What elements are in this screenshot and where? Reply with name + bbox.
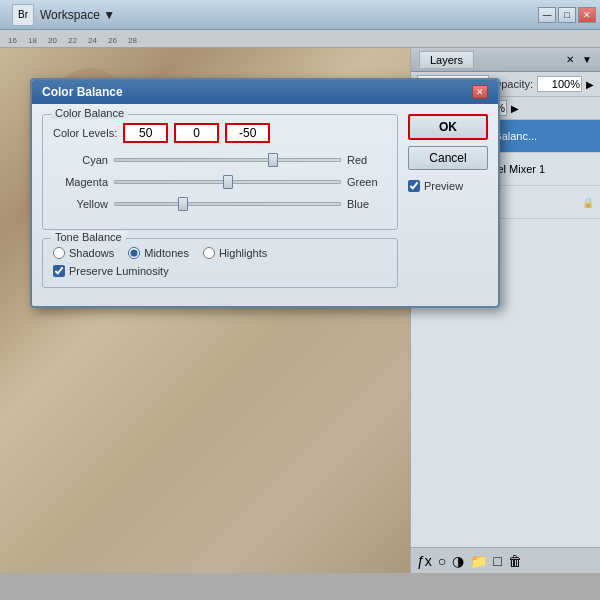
ok-button[interactable]: OK — [408, 114, 488, 140]
dialog-body: Color Balance Color Levels: Cyan — [32, 104, 498, 306]
highlights-label: Highlights — [219, 247, 267, 259]
color-balance-dialog: Color Balance ✕ Color Balance Color Leve… — [30, 78, 500, 308]
midtones-label: Midtones — [144, 247, 189, 259]
cancel-button[interactable]: Cancel — [408, 146, 488, 170]
blue-label: Blue — [347, 198, 387, 210]
dialog-left-section: Color Balance Color Levels: Cyan — [42, 114, 398, 296]
midtones-radio[interactable] — [128, 247, 140, 259]
color-level-3-input[interactable] — [225, 123, 270, 143]
slider-track — [114, 202, 341, 206]
preserve-luminosity-checkbox[interactable] — [53, 265, 65, 277]
tone-balance-group-label: Tone Balance — [51, 231, 126, 243]
yellow-label: Yellow — [53, 198, 108, 210]
cyan-label: Cyan — [53, 154, 108, 166]
color-level-2-input[interactable] — [174, 123, 219, 143]
window-controls: — □ ✕ — [538, 7, 596, 23]
main-area: Layers ✕ ▼ Normal Opacity: ▶ Fill: ▶ — [0, 48, 600, 573]
dialog-title-text: Color Balance — [42, 85, 123, 99]
tone-radio-row: Shadows Midtones Highlights — [53, 247, 387, 259]
cyan-red-slider[interactable] — [114, 153, 341, 167]
app-icon: Br — [12, 4, 34, 26]
magenta-green-slider-row: Magenta Green — [53, 175, 387, 189]
red-label: Red — [347, 154, 387, 166]
title-bar: Br Workspace ▼ — □ ✕ — [0, 0, 600, 30]
dialog-overlay: Color Balance ✕ Color Balance Color Leve… — [0, 48, 600, 573]
yellow-blue-slider-row: Yellow Blue — [53, 197, 387, 211]
slider-track — [114, 180, 341, 184]
green-label: Green — [347, 176, 387, 188]
workspace-label[interactable]: Workspace ▼ — [40, 8, 115, 22]
color-balance-group-label: Color Balance — [51, 107, 128, 119]
color-balance-group: Color Balance Color Levels: Cyan — [42, 114, 398, 230]
magenta-label: Magenta — [53, 176, 108, 188]
shadows-radio[interactable] — [53, 247, 65, 259]
slider-thumb[interactable] — [178, 197, 188, 211]
midtones-radio-group: Midtones — [128, 247, 189, 259]
preview-label: Preview — [424, 180, 463, 192]
color-levels-row: Color Levels: — [53, 123, 387, 143]
preserve-luminosity-label: Preserve Luminosity — [69, 265, 169, 277]
tone-balance-group: Tone Balance Shadows Midtones — [42, 238, 398, 288]
dialog-right-section: OK Cancel Preview — [408, 114, 488, 296]
preserve-luminosity-row: Preserve Luminosity — [53, 265, 387, 277]
slider-thumb[interactable] — [268, 153, 278, 167]
preview-checkbox[interactable] — [408, 180, 420, 192]
cyan-red-slider-row: Cyan Red — [53, 153, 387, 167]
slider-track — [114, 158, 341, 162]
highlights-radio-group: Highlights — [203, 247, 267, 259]
ruler: 16 18 20 22 24 26 28 — [0, 30, 600, 48]
maximize-button[interactable]: □ — [558, 7, 576, 23]
close-button[interactable]: ✕ — [578, 7, 596, 23]
slider-thumb[interactable] — [223, 175, 233, 189]
dialog-title-bar: Color Balance ✕ — [32, 80, 498, 104]
magenta-green-slider[interactable] — [114, 175, 341, 189]
dialog-close-button[interactable]: ✕ — [472, 85, 488, 99]
shadows-radio-group: Shadows — [53, 247, 114, 259]
color-levels-label: Color Levels: — [53, 127, 117, 139]
preview-row: Preview — [408, 180, 488, 192]
color-level-1-input[interactable] — [123, 123, 168, 143]
minimize-button[interactable]: — — [538, 7, 556, 23]
highlights-radio[interactable] — [203, 247, 215, 259]
yellow-blue-slider[interactable] — [114, 197, 341, 211]
shadows-label: Shadows — [69, 247, 114, 259]
